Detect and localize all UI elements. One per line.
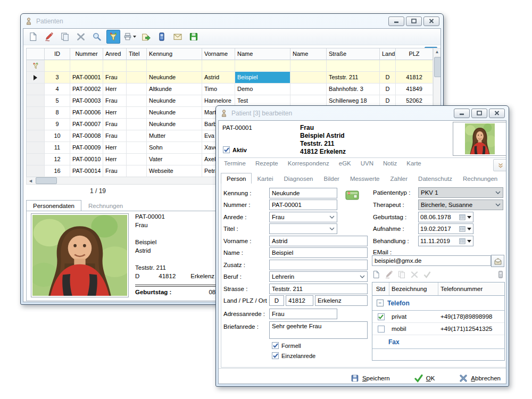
row-selector[interactable] [27,130,45,142]
tab-rechnungen[interactable]: Rechnungen [458,173,503,184]
edit-button[interactable] [385,270,393,279]
filter-cell-land[interactable] [380,60,396,72]
phone-bezeichnung[interactable]: mobil [389,326,438,332]
dropdown-triangle-icon[interactable] [467,240,471,243]
grid-cell-titel[interactable] [127,142,147,154]
grid-filter-row[interactable] [27,60,433,72]
phone-col-bezeichnung[interactable]: Bezeichnung [389,282,438,295]
filter-cell-anred[interactable] [103,60,127,72]
grid-cell-id[interactable]: 16 [45,165,70,177]
phone-bezeichnung[interactable]: privat [389,313,438,320]
grid-cell-titel[interactable] [127,130,147,142]
tab-bilder[interactable]: Bilder [318,173,344,184]
grid-cell-kennung[interactable]: Neukunde [147,95,202,107]
grid-cell-titel[interactable] [127,84,147,95]
grid-cell-id[interactable]: 9 [45,119,70,130]
grid-cell-vorname[interactable]: Timo [202,84,235,95]
mail-button[interactable] [171,30,184,43]
link-tab-termine[interactable]: Termine [224,160,246,167]
phone-col-telefonnummer[interactable]: Telefonnummer [438,282,504,295]
grid-cell-nummer[interactable]: PAT-00001 [70,72,103,84]
minimize-button[interactable] [454,109,470,118]
grid-cell-kennung[interactable]: Webseite [147,165,202,177]
column-header-land[interactable]: Land [380,48,396,60]
phone-dial-button[interactable] [496,270,505,279]
name-input[interactable] [269,247,368,258]
tab-datenschutz[interactable]: Datenschutz [413,173,458,184]
email-input[interactable] [372,255,491,266]
print-button[interactable] [123,30,136,43]
row-selector[interactable] [27,142,45,154]
phone-col-std[interactable]: Std [372,282,389,295]
dropdown-triangle-icon[interactable] [467,216,471,219]
grid-cell-titel[interactable] [127,154,147,165]
beruf-select[interactable]: Lehrerin [269,271,368,282]
column-header-plz[interactable]: PLZ [396,48,433,60]
grid-cell-plz[interactable]: 41849 [396,84,433,95]
close-button[interactable] [489,109,505,118]
phone-button[interactable] [155,30,168,43]
aufnahme-date-input[interactable]: 19.02.2017 [418,223,473,234]
grid-cell-land[interactable]: D [380,84,396,95]
grid-cell-kennung[interactable]: Neukunde [147,107,202,119]
row-selector[interactable] [27,119,45,130]
table-row[interactable]: 4PAT-00002HerrAltkundeTimoDemoBahnhofstr… [27,84,433,95]
grid-cell-kennung[interactable]: Neukunde [147,119,202,130]
plz-input[interactable] [286,295,313,306]
adressanrede-input[interactable] [269,309,337,319]
close-button[interactable] [423,16,439,26]
zusatz-input[interactable] [269,260,368,270]
filter-button[interactable] [106,30,120,44]
kennung-input[interactable] [269,188,337,198]
edit-titlebar[interactable]: Patient [3] bearbeiten [216,106,509,120]
column-header-anred[interactable]: Anred [103,48,127,60]
grid-cell-id[interactable]: 3 [45,72,70,84]
grid-cell-nummer[interactable]: PAT-00006 [70,107,103,119]
apply-button[interactable] [423,270,431,279]
grid-cell-kennung[interactable]: Altkunde [147,84,202,95]
row-selector[interactable] [27,165,45,177]
tab-personendaten[interactable]: Personendaten [26,200,81,211]
row-selector[interactable] [27,154,45,165]
grid-cell-vorname[interactable]: Astrid [202,72,235,84]
grid-cell-titel[interactable] [127,165,147,177]
geburtstag-date-input[interactable]: 08.06.1978 [418,212,473,222]
grid-cell-nummer[interactable]: PAT-00014 [70,165,103,177]
grid-cell-id[interactable]: 4 [45,84,70,95]
filter-cell-nummer[interactable] [70,60,103,72]
column-header-vorname[interactable]: Vorname [202,48,235,60]
link-tab-uvn[interactable]: UVN [361,160,373,167]
titel-select[interactable] [269,223,337,234]
save-button[interactable] [187,30,200,43]
column-header-name[interactable]: Name [235,48,290,60]
grid-cell-land[interactable]: D [380,72,396,84]
grid-cell-titel[interactable] [127,119,147,130]
grid-cell-anred[interactable]: Frau [103,130,127,142]
grid-cell-titel[interactable] [127,95,147,107]
grid-cell-nummer[interactable]: PAT-00007 [70,119,103,130]
std-checkbox[interactable] [378,313,385,320]
row-selector[interactable] [27,84,45,95]
grid-cell-anred[interactable]: Herr [103,142,127,154]
phone-row[interactable]: privat +49(178)89898998 [372,311,504,323]
grid-cell-anred[interactable]: Frau [103,95,127,107]
row-selector[interactable] [27,72,45,84]
scroll-up-icon[interactable]: ▲ [435,49,439,54]
grid-cell-id[interactable]: 8 [45,107,70,119]
speichern-button[interactable]: Speichern [351,374,390,383]
search-button[interactable] [90,30,103,43]
phone-row[interactable]: mobil +49(171)12541325 [372,323,504,335]
collapse-icon[interactable]: − [377,300,384,306]
link-tab-karte[interactable]: Karte [406,160,421,167]
tab-messwerte[interactable]: Messwerte [345,173,385,184]
column-header-kennung[interactable]: Kennung [147,48,202,60]
patiententyp-select[interactable]: PKV 1 [418,187,503,198]
grid-cell-id[interactable]: 10 [45,130,70,142]
delete-button[interactable] [410,270,419,279]
grid-cell-kennung[interactable]: Mutter [147,130,202,142]
link-tab-egk[interactable]: eGK [339,160,351,167]
grid-cell-strasse[interactable]: Bahnhofstr. 3 [327,84,380,95]
briefanrede-textarea[interactable]: Sehr geehrte Frau [269,321,368,339]
grid-cell-id[interactable]: 11 [45,142,70,154]
link-tab-notiz[interactable]: Notiz [383,160,397,167]
